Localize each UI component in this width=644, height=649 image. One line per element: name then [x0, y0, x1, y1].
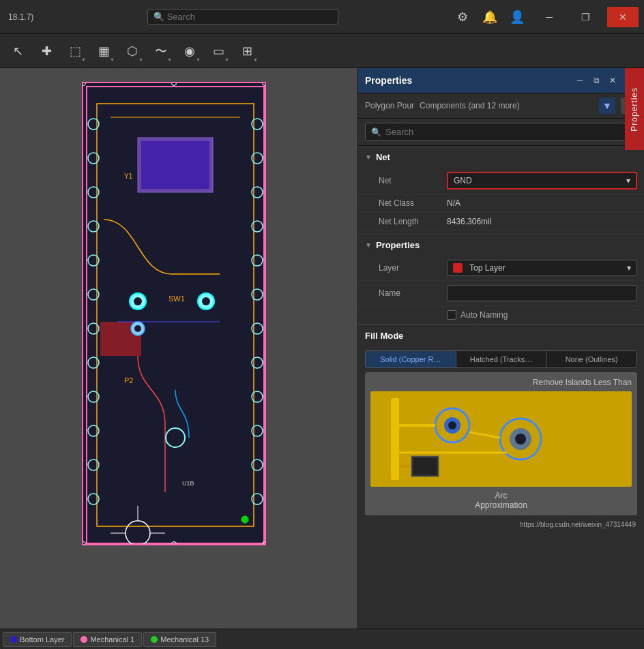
preview-area: Remove Islands Less Than [365, 372, 637, 515]
properties-close-btn[interactable]: ✕ [606, 74, 619, 87]
search-field-container: 🔍 [358, 119, 644, 146]
cursor-tool[interactable]: ↖ [5, 39, 30, 63]
close-button[interactable]: ✕ [607, 7, 639, 27]
properties-scroll-area[interactable]: ▼ Net Net GND ▾ Net Class N/A Net Length… [358, 146, 644, 629]
minimize-button[interactable]: ─ [533, 7, 565, 27]
toolbar: ↖ ✚ ⬚▼ ▦▼ ⬡▼ 〜▼ ◉▼ ▭▼ ⊞▼ [0, 34, 644, 68]
net-class-row: Net Class N/A [358, 194, 644, 213]
properties-section-title: Properties [376, 240, 420, 250]
svg-text:U1B: U1B [182, 480, 194, 487]
mechanical13-dot [151, 636, 158, 643]
layer-dropdown-arrow: ▾ [627, 263, 631, 273]
pcb-board: Y1 SW1 P2 U1B [41, 75, 225, 539]
net-section-title: Net [376, 152, 390, 162]
restore-button[interactable]: ❐ [570, 7, 602, 27]
pcb-traces: Y1 SW1 P2 U1B [83, 83, 265, 544]
notifications-button[interactable]: 🔔 [479, 6, 501, 28]
select-rect-tool[interactable]: ⬚▼ [63, 39, 87, 63]
bottom-layer-dot [10, 636, 17, 643]
mechanical1-dot [80, 636, 87, 643]
fill-hatched-button[interactable]: Hatched (Tracks… [456, 351, 547, 367]
handle-bottom-mid[interactable] [171, 541, 177, 545]
properties-restore-btn[interactable]: ⧉ [589, 74, 603, 87]
top-bar: 18.1.7) 🔍 ⚙ 🔔 👤 ─ ❐ ✕ [0, 0, 644, 34]
bottom-tab-mechanical13[interactable]: Mechanical 13 [143, 632, 216, 647]
copper-tool[interactable]: ▭▼ [206, 39, 231, 63]
name-row: Name [358, 281, 644, 306]
svg-point-33 [241, 516, 248, 523]
auto-naming-checkbox[interactable] [447, 310, 456, 320]
search-input[interactable] [167, 12, 331, 22]
pcb-svg: Y1 SW1 P2 U1B [83, 83, 266, 545]
search-icon: 🔍 [371, 127, 381, 137]
properties-section-arrow: ▼ [365, 241, 372, 249]
auto-naming-label: Auto Naming [460, 310, 508, 320]
net-dropdown[interactable]: GND ▾ [447, 172, 637, 190]
account-button[interactable]: 👤 [506, 6, 528, 28]
handle-bottom-left[interactable] [82, 541, 86, 545]
fill-solid-button[interactable]: Solid (Copper R… [366, 351, 456, 367]
preview-image [370, 391, 632, 487]
net-length-value: 8436.306mil [447, 217, 637, 226]
add-tool[interactable]: ✚ [34, 39, 59, 63]
net-dropdown-arrow: ▾ [626, 176, 630, 185]
properties-section-header[interactable]: ▼ Properties [358, 234, 644, 256]
svg-rect-48 [391, 398, 399, 480]
watermark: https://blog.csdn.net/weixin_47314449 [358, 518, 641, 531]
handle-top-right[interactable] [262, 82, 266, 86]
fill-none-button[interactable]: None (Outlines) [546, 351, 636, 367]
properties-title: Properties [365, 75, 412, 86]
properties-side-tab[interactable]: Properties [625, 68, 644, 150]
svg-point-51 [448, 421, 456, 429]
remove-islands-label: Remove Islands Less Than [370, 378, 632, 387]
net-length-row: Net Length 8436.306mil [358, 213, 644, 231]
via-tool[interactable]: ◉▼ [177, 39, 202, 63]
layer-color-indicator [453, 263, 463, 273]
layer-label: Layer [379, 263, 447, 273]
svg-point-39 [134, 325, 141, 332]
net-row: Net GND ▾ [358, 168, 644, 194]
net-length-label: Net Length [379, 217, 447, 226]
name-input[interactable] [447, 285, 637, 301]
dimension-tool[interactable]: ⊞▼ [235, 39, 259, 63]
properties-minimize-btn[interactable]: ─ [573, 74, 587, 87]
properties-panel: Properties Properties ─ ⧉ ✕ Polygon Pour… [357, 68, 644, 629]
properties-search-field[interactable]: 🔍 [365, 123, 637, 141]
bottom-bar: Bottom Layer Mechanical 1 Mechanical 13 [0, 629, 644, 649]
svg-point-35 [134, 297, 142, 305]
filter-bar: Polygon Pour Components (and 12 more) ▼ … [358, 93, 644, 119]
properties-header-controls: ─ ⧉ ✕ [573, 74, 619, 87]
main-content: Y1 SW1 P2 U1B [0, 68, 644, 629]
bottom-tab-mechanical1[interactable]: Mechanical 1 [73, 632, 142, 647]
layer-dropdown-value: Top Layer [469, 263, 506, 273]
properties-side-tab-label: Properties [630, 87, 639, 132]
layer-dropdown[interactable]: Top Layer ▾ [447, 260, 637, 276]
auto-naming-row: Auto Naming [358, 306, 644, 324]
bottom-layer-label: Bottom Layer [20, 635, 64, 644]
pcb-board-inner: Y1 SW1 P2 U1B [82, 82, 266, 545]
net-class-value: N/A [447, 198, 637, 208]
top-right-controls: ⚙ 🔔 👤 ─ ❐ ✕ [452, 6, 639, 28]
search-icon: 🔍 [153, 12, 164, 22]
component-tool[interactable]: ⬡▼ [120, 39, 145, 63]
svg-point-41 [171, 433, 180, 442]
fill-mode-header: Fill Mode [358, 324, 644, 346]
pcb-canvas-area[interactable]: Y1 SW1 P2 U1B [0, 68, 357, 629]
properties-search-input[interactable] [385, 127, 631, 137]
filter-funnel-button[interactable]: ▼ [599, 97, 615, 114]
net-dropdown-value: GND [454, 176, 472, 185]
bottom-tab-bottom-layer[interactable]: Bottom Layer [3, 632, 72, 647]
route-tool[interactable]: 〜▼ [149, 39, 173, 63]
net-class-label: Net Class [379, 198, 447, 208]
svg-rect-27 [141, 141, 209, 189]
chart-tool[interactable]: ▦▼ [91, 39, 116, 63]
svg-text:SW1: SW1 [169, 295, 185, 303]
search-bar-top[interactable]: 🔍 [147, 9, 338, 25]
fill-mode-title: Fill Mode [365, 331, 403, 341]
net-section-header[interactable]: ▼ Net [358, 146, 644, 168]
settings-button[interactable]: ⚙ [452, 6, 473, 28]
svg-point-37 [202, 297, 210, 305]
mechanical13-label: Mechanical 13 [160, 635, 209, 644]
mechanical1-label: Mechanical 1 [90, 635, 134, 644]
handle-bottom-right[interactable] [262, 541, 266, 545]
